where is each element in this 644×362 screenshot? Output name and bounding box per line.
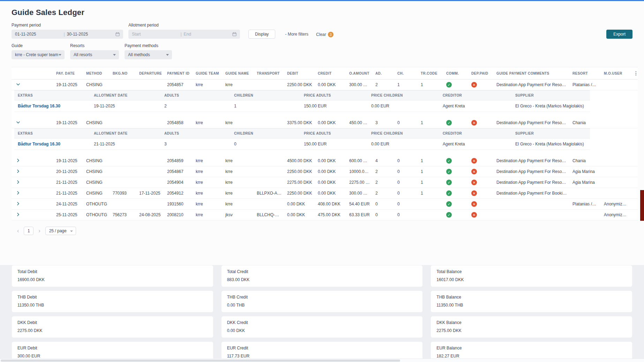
expand-row-icon[interactable]: [16, 213, 20, 216]
cell-dep-paid: ✕: [469, 80, 494, 90]
column-settings-icon[interactable]: ⋮: [634, 70, 638, 76]
allotment-period-end[interactable]: End: [184, 32, 230, 37]
extras-col-header-allotment-date: ALLOTMENT DATE: [90, 91, 161, 100]
cell-transport: BLLCHQ-A7-7M: [254, 210, 284, 220]
extras-cell-price-adults: 150.00 EUR: [300, 138, 368, 150]
cell-credit: 0.00 DKK: [315, 156, 346, 166]
col-header-ad: AD.: [373, 67, 395, 80]
payment-methods-field: Payment methods All methods: [125, 43, 172, 59]
cell-guide-name: krre: [223, 166, 254, 177]
cell-transport: [254, 166, 284, 177]
cell-comments: Destination App Payment For Resort: CH..…: [494, 177, 570, 188]
extras-col-header-price-adults: PRICE ADULTS: [300, 129, 368, 138]
summary-card: THB Debit11350.00 THB: [12, 291, 214, 312]
cell-resort: [570, 210, 601, 220]
col-header-bkg-no: BKG.NO: [110, 67, 136, 80]
guide-select-value: krre - Crete super team: [15, 52, 58, 57]
vertical-scrollbar-thumb[interactable]: [640, 190, 644, 221]
allotment-period-input[interactable]: Start | End: [128, 30, 240, 39]
guide-select[interactable]: krre - Crete super team: [12, 50, 65, 59]
filters-row-1: Payment period 01-11-2025 | 30-11-2025 A…: [12, 23, 632, 39]
cell-guide-team: krre: [193, 118, 223, 128]
cell-departure: [136, 118, 164, 128]
cell-payment-id: 2054858: [164, 118, 193, 128]
cell-menu: [631, 80, 638, 90]
ledger-table-wrap: PAY. DATEMETHODBKG.NODEPARTUREPAYMENT ID…: [12, 67, 632, 220]
next-page-icon[interactable]: ›: [37, 227, 42, 235]
extra-item-link[interactable]: Bådtur Torsdag 16.30: [18, 104, 60, 108]
cell-guide-name: krre: [223, 156, 254, 166]
ledger-table: PAY. DATEMETHODBKG.NODEPARTUREPAYMENT ID…: [12, 67, 638, 220]
extras-col-header-adults: ADULTS: [161, 129, 231, 138]
col-header-debit: DEBIT: [284, 67, 315, 80]
cell-mo-user: Anonymized User: [601, 210, 631, 220]
cell-pay-date: 24-11-2025: [53, 199, 83, 210]
resorts-select[interactable]: All resorts: [70, 50, 119, 59]
cell-ch: 0: [395, 156, 418, 166]
extras-cell-price-adults: 150.00 EUR: [300, 100, 368, 112]
cell-credit: 475.00 DKK: [315, 210, 346, 220]
payment-period-start[interactable]: 01-11-2025: [15, 32, 61, 37]
allotment-period-start[interactable]: Start: [132, 32, 178, 37]
unpaid-cross-icon: ✕: [471, 169, 477, 174]
horizontal-scrollbar-thumb[interactable]: [1, 360, 400, 362]
summary-card-value: 182.27 EUR: [436, 354, 627, 359]
more-filters-link[interactable]: - More filters: [285, 32, 308, 39]
cell-mo-user: Anonymized User: [601, 199, 631, 210]
cell-guide-name: krre: [223, 177, 254, 188]
cell-transport: BLLPXO-A7-1M: [254, 188, 284, 199]
prev-page-icon[interactable]: ‹: [16, 227, 20, 235]
calendar-icon: [232, 32, 237, 36]
cell-menu: [631, 118, 638, 128]
collapse-row-icon[interactable]: [16, 83, 20, 86]
cell-ad: 2: [373, 166, 395, 177]
extras-cell-supplier: El Greco - Kreta (Markos Magiolakis): [512, 138, 590, 150]
col-header-comm: COMM.: [443, 67, 469, 80]
payment-period-end[interactable]: 30-11-2025: [67, 32, 113, 37]
extras-sub-table: EXTRASALLOTMENT DATEADULTSCHILDRENPRICE …: [14, 90, 590, 112]
summary-card-label: THB Debit: [17, 295, 208, 300]
col-header-dep-paid: DEP.PAID: [469, 67, 494, 80]
export-button[interactable]: Export: [606, 30, 632, 39]
display-button[interactable]: Display: [248, 30, 275, 39]
cell-dep-paid: ✕: [469, 210, 494, 220]
extras-sub-row: EXTRASALLOTMENT DATEADULTSCHILDRENPRICE …: [12, 90, 638, 118]
cell-resort: Chania: [570, 156, 601, 166]
collapse-row-icon[interactable]: [16, 121, 20, 124]
expand-row-icon[interactable]: [16, 169, 20, 173]
col-header-mo-user: M.O.USER: [601, 67, 631, 80]
cell-dep-paid: ✕: [469, 118, 494, 128]
cell-method: CHSING: [83, 80, 110, 90]
col-header-comments: GUIDE PAYMENT COMMENTS: [494, 67, 570, 80]
extra-item-link[interactable]: Bådtur Torsdag 16.30: [18, 142, 60, 146]
page-number-button[interactable]: 1: [24, 227, 33, 235]
col-header-payment-id: PAYMENT ID: [164, 67, 193, 80]
expand-row-icon[interactable]: [16, 202, 20, 205]
cell-comments: [494, 210, 570, 220]
cell-transport: [254, 118, 284, 128]
cell-expander: [12, 177, 53, 188]
cell-menu: [631, 166, 638, 177]
cell-guide-team: krre: [193, 199, 223, 210]
expand-row-icon[interactable]: [16, 159, 20, 162]
payment-methods-select[interactable]: All methods: [125, 50, 172, 59]
payment-methods-select-value: All methods: [128, 52, 150, 57]
cell-method: OTHOUTG: [83, 210, 110, 220]
col-header-departure: DEPARTURE: [136, 67, 164, 80]
cell-dep-paid: ✕: [469, 166, 494, 177]
expand-row-icon[interactable]: [16, 191, 20, 195]
cell-tr-code: 1: [418, 177, 443, 188]
clear-filters-link[interactable]: Clear 3: [316, 32, 334, 39]
cell-comm: ✓: [443, 199, 469, 210]
expand-row-icon[interactable]: [16, 180, 20, 184]
cell-bkg-no: [110, 177, 136, 188]
cell-comments: Destination App Payment For Resort: CH..…: [494, 118, 570, 128]
page-size-select[interactable]: 25 / page: [45, 227, 76, 235]
horizontal-scrollbar-track[interactable]: [0, 359, 644, 362]
cell-transport: [254, 177, 284, 188]
payment-period-input[interactable]: 01-11-2025 | 30-11-2025: [12, 30, 123, 39]
cell-expander: [12, 188, 53, 199]
extras-cell-allotment-date: 19-11-2025: [90, 100, 161, 112]
cell-expander: [12, 80, 53, 90]
cell-comm: ✓: [443, 177, 469, 188]
